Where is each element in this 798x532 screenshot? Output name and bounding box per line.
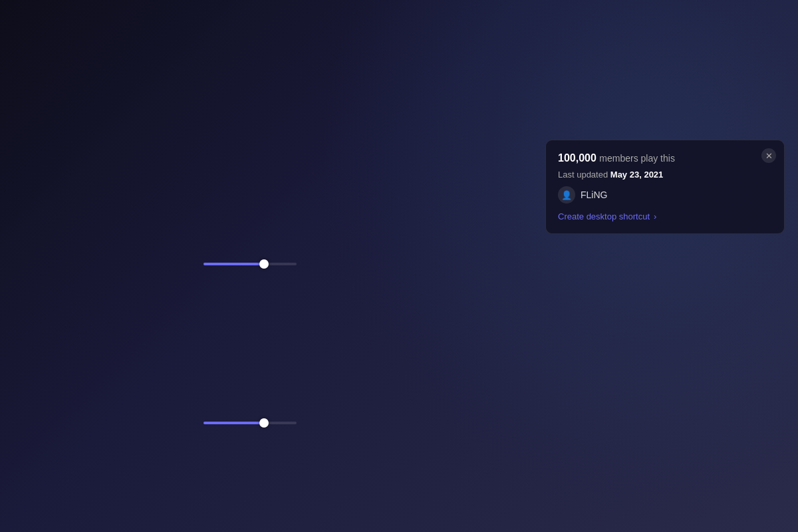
creator-row: 👤 FLiNG <box>558 186 772 203</box>
slider-track <box>203 263 297 265</box>
info-panel: ✕ 100,000 members play this Last updated… <box>545 140 785 234</box>
create-desktop-shortcut[interactable]: Create desktop shortcut › <box>558 211 772 221</box>
slider-track <box>203 422 297 424</box>
slider-fill <box>203 263 264 265</box>
members-text-label: members play this <box>599 153 675 164</box>
slider-thumb[interactable] <box>259 259 269 269</box>
slider-thumb[interactable] <box>259 418 269 428</box>
slider-fill <box>203 422 264 424</box>
members-info: 100,000 members play this <box>558 152 772 164</box>
info-panel-close-button[interactable]: ✕ <box>761 148 776 163</box>
creator-avatar: 👤 <box>558 186 575 203</box>
arrow-right-icon: › <box>654 211 656 221</box>
last-updated: Last updated May 23, 2021 <box>558 170 772 180</box>
members-count: 100,000 <box>558 152 597 164</box>
creator-name: FLiNG <box>581 190 607 200</box>
